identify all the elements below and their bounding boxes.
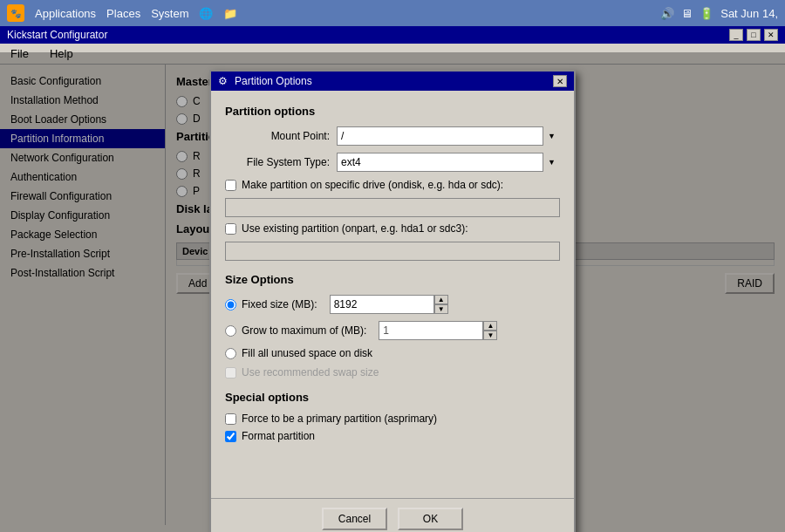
fixed-size-label: Fixed size (MB): [242, 298, 317, 310]
dialog-title: Partition Options [235, 75, 312, 87]
primary-partition-label: Force to be a primary partition (asprima… [242, 413, 437, 425]
format-partition-checkbox[interactable] [225, 431, 236, 442]
dialog-close-button[interactable]: ✕ [553, 75, 567, 87]
specific-drive-row: Make partition on specific drive (ondisk… [225, 179, 560, 191]
win-controls: _ □ ✕ [729, 29, 778, 41]
fixed-size-down-btn[interactable]: ▼ [434, 304, 448, 314]
app-icon: 🐾 [7, 4, 24, 22]
battery-icon: 🔋 [700, 7, 713, 20]
apps-menu[interactable]: Applications [35, 7, 96, 20]
fixed-size-radio[interactable] [225, 299, 236, 310]
main-window: Kickstart Configurator _ □ ✕ File Help B… [0, 26, 785, 532]
fixed-size-input[interactable] [330, 295, 434, 314]
recommended-swap-checkbox[interactable] [225, 367, 236, 379]
filesystem-select-wrapper[interactable]: ext4 ext3 ext2 xfs swap vfat ▼ [337, 153, 560, 172]
fill-unused-label: Fill all unused space on disk [242, 347, 372, 359]
grow-max-label: Grow to maximum of (MB): [242, 324, 366, 337]
maximize-button[interactable]: □ [747, 29, 761, 41]
monitor-icon: 🖥 [681, 7, 693, 20]
existing-partition-input[interactable] [225, 242, 560, 261]
grow-max-row: Grow to maximum of (MB): ▲ ▼ [225, 321, 560, 340]
mount-point-row: Mount Point: / /boot /home /var /tmp swa… [225, 126, 560, 146]
mount-point-select[interactable]: / /boot /home /var /tmp swap [337, 126, 560, 146]
dialog-title-group: ⚙ Partition Options [218, 75, 312, 87]
recommended-swap-row: Use recommended swap size [225, 366, 560, 379]
fill-unused-row: Fill all unused space on disk [225, 347, 560, 359]
places-menu[interactable]: Places [106, 7, 140, 20]
fixed-size-spinbox-btns: ▲ ▼ [434, 295, 448, 314]
ok-button[interactable]: OK [398, 508, 463, 530]
datetime: Sat Jun 14, [720, 7, 778, 20]
dialog-icon: ⚙ [218, 75, 228, 87]
grow-max-up-btn[interactable]: ▲ [483, 321, 497, 331]
folder-icon: 📁 [223, 7, 237, 20]
mount-point-select-wrapper[interactable]: / /boot /home /var /tmp swap ▼ [337, 126, 560, 146]
primary-partition-row: Force to be a primary partition (asprima… [225, 413, 560, 425]
taskbar-left: 🐾 Applications Places System 🌐 📁 [7, 4, 237, 22]
special-options-title: Special options [225, 391, 560, 404]
partition-options-title: Partition options [225, 105, 560, 118]
dialog-overlay: ⚙ Partition Options ✕ Partition options … [0, 52, 785, 532]
size-options-title: Size Options [225, 273, 560, 286]
grow-max-down-btn[interactable]: ▼ [483, 331, 497, 340]
taskbar: 🐾 Applications Places System 🌐 📁 🔊 🖥 🔋 S… [0, 0, 785, 26]
existing-partition-checkbox[interactable] [225, 223, 236, 235]
primary-partition-checkbox[interactable] [225, 413, 236, 425]
format-partition-label: Format partition [242, 430, 315, 442]
kickstart-title: Kickstart Configurator [7, 29, 107, 41]
existing-partition-row: Use existing partition (onpart, e.g. hda… [225, 222, 560, 235]
fixed-size-row: Fixed size (MB): ▲ ▼ [225, 295, 560, 314]
kickstart-titlebar: Kickstart Configurator _ □ ✕ [0, 26, 785, 44]
partition-options-dialog: ⚙ Partition Options ✕ Partition options … [209, 70, 576, 532]
fixed-size-up-btn[interactable]: ▲ [434, 295, 448, 304]
taskbar-right: 🔊 🖥 🔋 Sat Jun 14, [660, 7, 778, 20]
filesystem-select[interactable]: ext4 ext3 ext2 xfs swap vfat [337, 153, 560, 172]
close-window-button[interactable]: ✕ [764, 29, 778, 41]
fixed-size-spinbox: ▲ ▼ [330, 295, 448, 314]
existing-partition-label: Use existing partition (onpart, e.g. hda… [242, 222, 468, 235]
cancel-button[interactable]: Cancel [322, 508, 387, 530]
filesystem-row: File System Type: ext4 ext3 ext2 xfs swa… [225, 153, 560, 172]
grow-max-spinbox-btns: ▲ ▼ [483, 321, 497, 340]
specific-drive-label: Make partition on specific drive (ondisk… [242, 179, 503, 191]
dialog-body: Partition options Mount Point: / /boot /… [211, 91, 574, 498]
grow-max-input[interactable] [379, 321, 483, 340]
format-partition-row: Format partition [225, 430, 560, 442]
volume-icon: 🔊 [660, 7, 674, 20]
system-menu[interactable]: System [151, 7, 188, 20]
minimize-button[interactable]: _ [729, 29, 743, 41]
network-icon: 🌐 [199, 7, 213, 20]
grow-max-radio[interactable] [225, 325, 236, 337]
dialog-footer: Cancel OK [211, 498, 574, 532]
specific-drive-input[interactable] [225, 198, 560, 217]
dialog-titlebar: ⚙ Partition Options ✕ [211, 72, 574, 91]
fill-unused-radio[interactable] [225, 348, 236, 359]
mount-point-label: Mount Point: [225, 130, 330, 142]
specific-drive-checkbox[interactable] [225, 180, 236, 191]
recommended-swap-label: Use recommended swap size [242, 366, 379, 379]
filesystem-label: File System Type: [225, 156, 330, 168]
grow-max-spinbox: ▲ ▼ [379, 321, 497, 340]
